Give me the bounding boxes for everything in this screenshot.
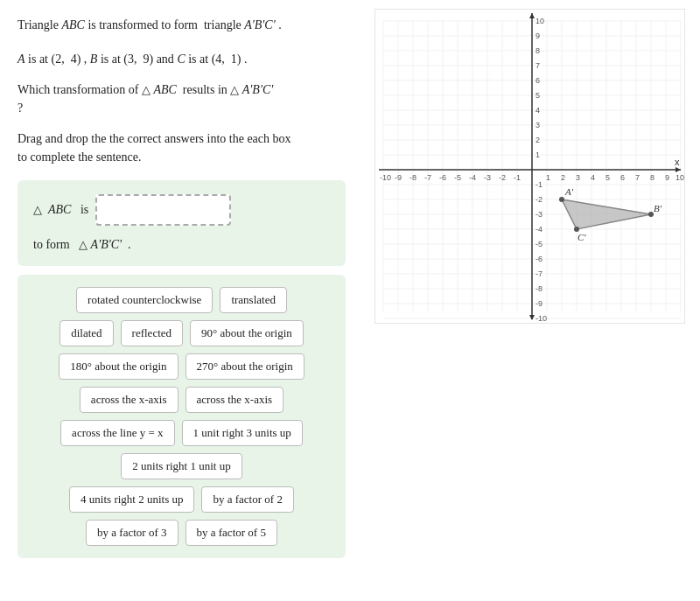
intro-text: Triangle ABC is transformed to form tria… xyxy=(18,18,282,31)
chip-rotated-counterclockwise[interactable]: rotated counterclockwise xyxy=(76,287,213,313)
problem-intro: Triangle ABC is transformed to form tria… xyxy=(18,16,346,34)
vertex-c-prime: C' xyxy=(578,232,586,242)
svg-text:5: 5 xyxy=(606,173,610,182)
svg-text:-8: -8 xyxy=(410,173,416,182)
chip-factor-5[interactable]: by a factor of 5 xyxy=(186,520,277,546)
chip-2-right-1-up[interactable]: 2 units right 1 unit up xyxy=(121,453,242,479)
svg-text:-3: -3 xyxy=(484,173,491,182)
svg-text:-5: -5 xyxy=(536,240,542,248)
chip-factor-3[interactable]: by a factor of 3 xyxy=(86,520,178,546)
vertex-b-prime: B' xyxy=(654,203,662,213)
drop-box-1[interactable] xyxy=(95,194,231,226)
chip-across-x-2[interactable]: across the x-axis xyxy=(186,387,284,413)
chip-4-right-2-up[interactable]: 4 units right 2 units up xyxy=(69,486,194,513)
svg-text:1: 1 xyxy=(536,150,540,159)
chip-row-5: across the line y = x 1 unit right 3 uni… xyxy=(30,420,333,446)
svg-text:-8: -8 xyxy=(536,284,542,293)
sentence-row-1: △ ABC is xyxy=(33,194,330,226)
svg-text:6: 6 xyxy=(536,76,540,85)
chip-row-8: by a factor of 3 by a factor of 5 xyxy=(30,520,333,546)
svg-text:-10: -10 xyxy=(380,173,391,182)
vertex-a-prime: A' xyxy=(564,186,574,197)
svg-text:2: 2 xyxy=(536,136,540,144)
sentence-builder: △ ABC is to form △ A'B'C' . xyxy=(18,180,346,266)
svg-text:-5: -5 xyxy=(454,173,461,182)
svg-text:3: 3 xyxy=(536,121,540,129)
chip-270-origin[interactable]: 270° about the origin xyxy=(186,353,304,380)
chip-row-6: 2 units right 1 unit up xyxy=(30,453,333,479)
svg-text:-9: -9 xyxy=(536,299,542,308)
chip-factor-2[interactable]: by a factor of 2 xyxy=(201,486,293,513)
svg-text:5: 5 xyxy=(536,91,540,100)
chip-row-1: rotated counterclockwise translated xyxy=(30,287,333,313)
svg-text:10: 10 xyxy=(676,173,684,182)
svg-text:-2: -2 xyxy=(499,173,506,182)
chip-180-origin[interactable]: 180° about the origin xyxy=(59,353,178,380)
svg-point-89 xyxy=(574,227,579,232)
coordinate-graph: -10 -9 -8 -7 -6 -5 -4 -3 -2 -1 1 2 3 4 5… xyxy=(374,9,685,324)
chip-row-3: 180° about the origin 270° about the ori… xyxy=(30,353,333,380)
svg-text:3: 3 xyxy=(576,173,580,182)
svg-text:9: 9 xyxy=(536,31,540,40)
svg-text:x: x xyxy=(675,157,680,167)
svg-text:-6: -6 xyxy=(439,173,446,182)
svg-text:-7: -7 xyxy=(424,173,431,182)
svg-point-88 xyxy=(648,212,654,217)
chip-across-line-y-x[interactable]: across the line y = x xyxy=(60,420,174,446)
svg-text:-10: -10 xyxy=(536,314,547,323)
svg-text:8: 8 xyxy=(650,173,654,182)
svg-text:-1: -1 xyxy=(536,180,542,189)
svg-text:7: 7 xyxy=(635,173,640,182)
svg-text:-4: -4 xyxy=(536,225,542,234)
svg-text:4: 4 xyxy=(536,106,540,115)
svg-text:8: 8 xyxy=(536,46,540,55)
svg-rect-0 xyxy=(374,9,685,324)
svg-text:9: 9 xyxy=(665,173,669,182)
right-panel: -10 -9 -8 -7 -6 -5 -4 -3 -2 -1 1 2 3 4 5… xyxy=(363,0,700,601)
chip-row-4: across the x-axis across the x-axis xyxy=(30,387,333,413)
chip-1-right-3-up[interactable]: 1 unit right 3 units up xyxy=(182,420,303,446)
chip-dilated[interactable]: dilated xyxy=(60,320,113,346)
svg-text:-3: -3 xyxy=(536,210,542,219)
svg-text:-9: -9 xyxy=(395,173,402,182)
answer-chips: rotated counterclockwise translated dila… xyxy=(18,275,346,558)
left-panel: Triangle ABC is transformed to form tria… xyxy=(0,0,363,601)
svg-text:2: 2 xyxy=(561,173,565,182)
chip-row-7: 4 units right 2 units up by a factor of … xyxy=(30,486,333,513)
sentence-prefix: △ ABC is xyxy=(33,203,88,217)
svg-text:-7: -7 xyxy=(536,269,542,278)
svg-text:7: 7 xyxy=(536,61,540,70)
svg-text:6: 6 xyxy=(620,173,625,182)
graph-container: -10 -9 -8 -7 -6 -5 -4 -3 -2 -1 1 2 3 4 5… xyxy=(374,9,685,324)
sentence-connector: to form △ A'B'C' . xyxy=(33,238,131,252)
svg-text:10: 10 xyxy=(536,17,544,25)
chip-translated[interactable]: translated xyxy=(220,287,287,313)
sentence-row-2: to form △ A'B'C' . xyxy=(33,238,330,252)
chip-reflected[interactable]: reflected xyxy=(121,320,183,346)
chip-90-origin[interactable]: 90° about the origin xyxy=(190,320,304,346)
svg-point-87 xyxy=(559,197,564,202)
question-text: Which transformation of △ ABC results in… xyxy=(18,80,346,117)
svg-text:-4: -4 xyxy=(469,173,476,182)
svg-text:4: 4 xyxy=(591,173,595,182)
points-text: A is at (2, 4) , B is at (3, 9) and C is… xyxy=(18,50,346,68)
chip-row-2: dilated reflected 90° about the origin xyxy=(30,320,333,346)
svg-text:-2: -2 xyxy=(536,195,542,204)
chip-across-x-1[interactable]: across the x-axis xyxy=(80,387,178,413)
svg-text:-6: -6 xyxy=(536,255,542,263)
instruction-text: Drag and drop the the correct answers in… xyxy=(18,129,346,166)
svg-text:-1: -1 xyxy=(514,173,521,182)
svg-text:1: 1 xyxy=(546,173,550,182)
